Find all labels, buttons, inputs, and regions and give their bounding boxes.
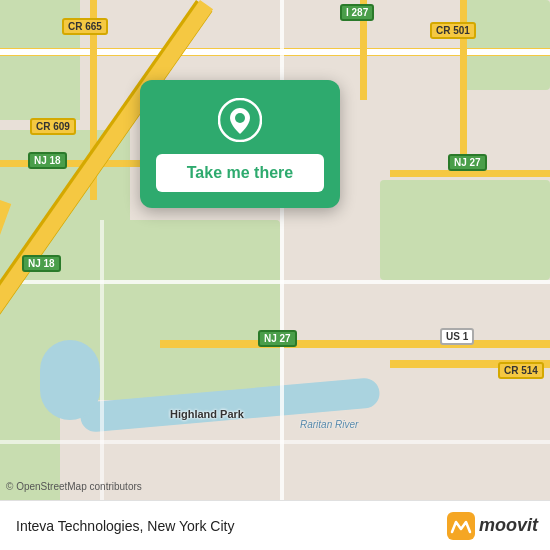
road-badge-i287: I 287	[340, 4, 374, 21]
road-nj27-right	[390, 170, 550, 177]
road-badge-cr609: CR 609	[30, 118, 76, 135]
highland-park-label: Highland Park	[170, 408, 244, 420]
bottom-bar: Inteva Technologies, New York City moovi…	[0, 500, 550, 550]
road-badge-nj27-bottom: NJ 27	[258, 330, 297, 347]
road-badge-cr665: CR 665	[62, 18, 108, 35]
road-minor-h2	[0, 440, 550, 444]
raritan-river-label: Raritan River	[300, 419, 358, 430]
road-minor-v2	[100, 220, 104, 500]
attribution-text: © OpenStreetMap contributors	[6, 481, 142, 492]
moovit-brand-name: moovit	[479, 515, 538, 536]
svg-rect-2	[447, 512, 475, 540]
road-minor-h	[0, 280, 550, 284]
road-nj27-bottom	[160, 340, 550, 348]
green-area	[460, 0, 550, 90]
popup-card: Take me there	[140, 80, 340, 208]
moovit-logo: moovit	[447, 512, 538, 540]
svg-point-1	[235, 113, 245, 123]
moovit-icon	[447, 512, 475, 540]
green-area	[380, 180, 550, 280]
road-badge-nj27-right: NJ 27	[448, 154, 487, 171]
map-container: I 287 CR 665 CR 501 CR 529 CR 609 NJ 18 …	[0, 0, 550, 500]
road-minor-v	[280, 0, 284, 500]
location-title: Inteva Technologies, New York City	[16, 518, 234, 534]
road-badge-cr501: CR 501	[430, 22, 476, 39]
road-badge-nj18-bottom: NJ 18	[22, 255, 61, 272]
water-area	[40, 340, 100, 420]
road-badge-nj18-top: NJ 18	[28, 152, 67, 169]
road-badge-cr514: CR 514	[498, 362, 544, 379]
location-pin-icon	[218, 98, 262, 142]
road-top-h-inner	[0, 49, 550, 55]
take-me-there-button[interactable]: Take me there	[156, 154, 324, 192]
road-badge-us1: US 1	[440, 328, 474, 345]
